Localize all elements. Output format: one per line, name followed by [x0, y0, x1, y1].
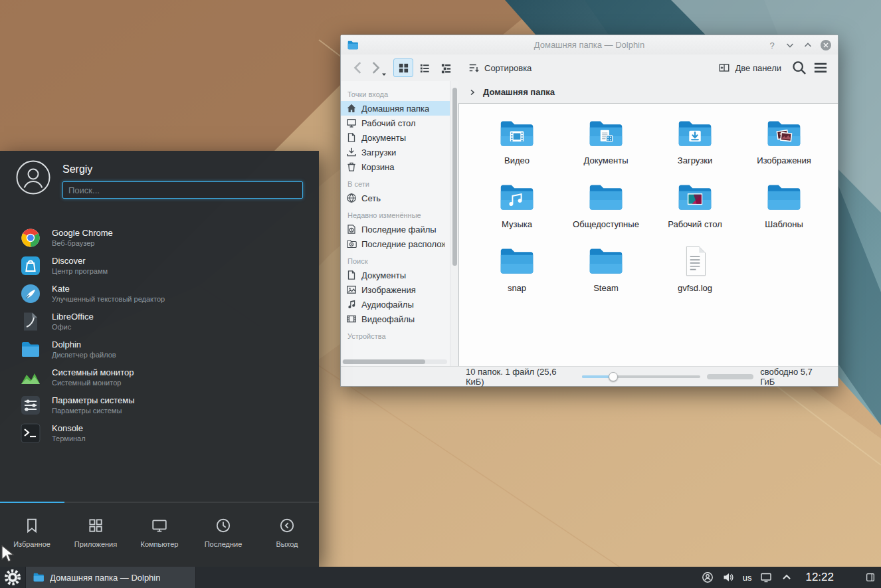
- places-item[interactable]: Видеофайлы: [341, 312, 450, 326]
- file-item[interactable]: Загрузки: [650, 113, 739, 177]
- places-item[interactable]: Сеть: [341, 191, 450, 205]
- sort-button[interactable]: Сортировка: [464, 58, 536, 77]
- places-item[interactable]: Последние файлы: [341, 222, 450, 237]
- launcher-app-item[interactable]: Системный мониторСистемный монитор: [0, 363, 319, 391]
- zoom-slider[interactable]: [582, 371, 700, 382]
- folder-downloads-icon: [674, 113, 716, 154]
- launcher-app-item[interactable]: KateУлучшенный текстовый редактор: [0, 280, 319, 308]
- file-item[interactable]: Видео: [472, 113, 561, 177]
- launcher-app-item[interactable]: Параметры системыПараметры системы: [0, 391, 319, 419]
- status-bar: 10 папок. 1 файл (25,6 КиБ) свободно 5,7…: [341, 366, 838, 386]
- compact-view-icon: [419, 62, 431, 74]
- split-view-icon: [718, 62, 730, 74]
- file-item[interactable]: Документы: [561, 113, 650, 177]
- tray-expand-chevron-up-icon[interactable]: [781, 571, 793, 583]
- places-item-label: Последние располож: [361, 239, 444, 249]
- places-section-title: Устройства: [341, 326, 450, 343]
- places-item[interactable]: Домашняя папка: [341, 101, 450, 116]
- file-item[interactable]: Рабочий стол: [650, 177, 739, 241]
- back-button chevron-left-icon[interactable]: [349, 59, 367, 76]
- file-item[interactable]: Изображения: [739, 113, 829, 177]
- taskbar-task-dolphin[interactable]: Домашняя папка — Dolphin: [25, 567, 196, 588]
- places-item[interactable]: Последние располож: [341, 237, 450, 251]
- split-view-button[interactable]: Две панели: [714, 58, 785, 77]
- search-documents-icon: [346, 270, 357, 280]
- icons-view-button[interactable]: [393, 58, 413, 77]
- places-item-label: Документы: [361, 133, 406, 143]
- file-item[interactable]: gvfsd.log: [650, 241, 739, 304]
- places-item[interactable]: Изображения: [341, 282, 450, 297]
- chrome-icon: [20, 227, 41, 248]
- show-desktop-icon[interactable]: [865, 572, 876, 583]
- folder-view[interactable]: ВидеоДокументыЗагрузкиИзображенияМузыкаО…: [458, 103, 838, 366]
- launcher-app-item[interactable]: DolphinДиспетчер файлов: [0, 336, 319, 363]
- places-item-label: Видеофайлы: [361, 314, 415, 324]
- file-item[interactable]: snap: [472, 241, 561, 304]
- window-titlebar[interactable]: Домашняя папка — Dolphin ?: [341, 35, 838, 54]
- file-item-label: Общедоступные: [573, 219, 639, 229]
- keyboard-layout-indicator[interactable]: us: [743, 573, 752, 583]
- compact-view-button[interactable]: [415, 58, 435, 77]
- free-space-label: свободно 5,7 ГиБ: [760, 367, 829, 387]
- volume-icon[interactable]: [722, 571, 734, 583]
- file-item[interactable]: Музыка: [472, 177, 561, 241]
- user-name: Sergiy: [62, 163, 303, 175]
- tray-user-icon[interactable]: [702, 571, 714, 583]
- display-icon[interactable]: [760, 571, 772, 583]
- launcher-app-item[interactable]: Google ChromeВеб-браузер: [0, 224, 319, 252]
- help-button question-icon[interactable]: ?: [766, 39, 778, 51]
- places-item[interactable]: Рабочий стол: [341, 116, 450, 130]
- places-item-label: Загрузки: [361, 147, 396, 157]
- launcher-search-input[interactable]: [62, 181, 303, 199]
- minimize-button[interactable]: [784, 39, 796, 51]
- maximize-button[interactable]: [802, 39, 814, 51]
- launcher-tab[interactable]: Последние: [191, 503, 255, 561]
- places-item[interactable]: Загрузки: [341, 145, 450, 159]
- file-item-label: Музыка: [502, 219, 532, 229]
- file-item[interactable]: Шаблоны: [739, 177, 829, 241]
- launcher-tab[interactable]: Приложения: [64, 503, 128, 561]
- taskbar-panel: Домашняя папка — Dolphin us 12:22: [0, 567, 881, 588]
- file-item-label: Изображения: [757, 155, 811, 165]
- places-item[interactable]: Аудиофайлы: [341, 297, 450, 312]
- forward-dropdown-caret-icon[interactable]: [381, 72, 387, 77]
- breadcrumb-current-folder[interactable]: Домашняя папка: [483, 87, 555, 97]
- places-item-label: Последние файлы: [361, 225, 437, 235]
- launcher-app-item[interactable]: KonsoleТерминал: [0, 419, 319, 447]
- app-name: LibreOffice: [52, 312, 94, 322]
- system-settings-icon: [20, 395, 41, 416]
- launcher-app-item[interactable]: LibreOfficeОфис: [0, 308, 319, 336]
- places-section-title: Недавно изменённые: [341, 205, 450, 222]
- places-item[interactable]: Документы: [341, 268, 450, 282]
- breadcrumb-chevron-icon[interactable]: [468, 88, 476, 96]
- launcher-tab[interactable]: Избранное: [0, 503, 64, 561]
- places-item-label: Корзина: [361, 162, 395, 172]
- search-button search-icon[interactable]: [791, 59, 808, 76]
- app-description: Системный монитор: [52, 378, 134, 387]
- file-item[interactable]: Steam: [561, 241, 650, 304]
- places-item[interactable]: Корзина: [341, 159, 450, 174]
- places-section-title: Точки входа: [341, 84, 450, 101]
- search-images-icon: [346, 284, 357, 295]
- zoom-slider-handle[interactable]: [609, 372, 618, 381]
- folder-video-icon: [496, 113, 538, 154]
- places-item-label: Рабочий стол: [361, 118, 416, 128]
- menu-button hamburger-icon[interactable]: [812, 59, 829, 76]
- close-button close-icon[interactable]: [820, 39, 832, 51]
- places-section: В сетиСеть: [341, 174, 450, 205]
- downloads-icon: [346, 147, 357, 157]
- places-vertical-scrollbar[interactable]: [450, 81, 458, 366]
- places-horizontal-scrollbar[interactable]: [342, 359, 447, 364]
- clock[interactable]: 12:22: [805, 571, 834, 584]
- task-folder-icon: [33, 571, 45, 583]
- places-section: Точки входаДомашняя папкаРабочий столДок…: [341, 84, 450, 174]
- places-item[interactable]: Документы: [341, 130, 450, 145]
- launcher-app-item[interactable]: DiscoverЦентр программ: [0, 252, 319, 280]
- file-item[interactable]: Общедоступные: [561, 177, 650, 241]
- details-view-button[interactable]: [436, 58, 456, 77]
- launcher-tab[interactable]: Выход: [255, 503, 319, 561]
- launcher-tab[interactable]: Компьютер: [128, 503, 191, 561]
- app-launcher-button[interactable]: [0, 567, 25, 588]
- user-avatar[interactable]: [16, 160, 50, 195]
- launcher-tab-bar: ИзбранноеПриложенияКомпьютерПоследниеВых…: [0, 503, 319, 567]
